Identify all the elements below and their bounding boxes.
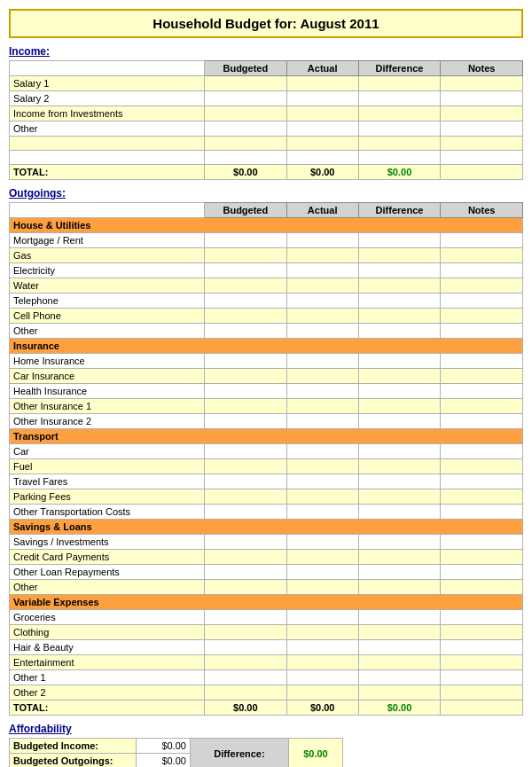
outgoings-row: Hair & Beauty: [10, 640, 523, 655]
outgoings-row: Other Insurance 2: [10, 414, 523, 429]
outgoings-row: Other Insurance 1: [10, 399, 523, 414]
outgoings-category-header: Savings & Loans: [10, 520, 523, 535]
outgoings-row: Other: [10, 580, 523, 595]
income-table: Budgeted Actual Difference Notes Salary …: [9, 60, 523, 180]
outgoings-table: Budgeted Actual Difference Notes House &…: [9, 202, 523, 716]
outgoings-row: Water: [10, 278, 523, 293]
outgoings-row: Home Insurance: [10, 354, 523, 369]
income-row: Salary 1: [10, 76, 523, 91]
budgeted-income-val: $0.00: [136, 739, 190, 754]
outgoings-col-notes: Notes: [441, 203, 523, 218]
outgoings-row: Car Insurance: [10, 369, 523, 384]
income-row: [10, 137, 523, 151]
income-col-actual: Actual: [286, 61, 358, 76]
budgeted-outgoings-val: $0.00: [136, 754, 190, 768]
income-col-label: [10, 61, 205, 76]
income-row: Salary 2: [10, 91, 523, 106]
budgeted-diff-val: $0.00: [288, 739, 342, 768]
income-header-row: Budgeted Actual Difference Notes: [10, 61, 523, 76]
income-row: [10, 151, 523, 165]
outgoings-row: Fuel: [10, 459, 523, 474]
page-title: Household Budget for: August 2011: [9, 9, 523, 38]
income-col-budgeted: Budgeted: [205, 61, 287, 76]
outgoings-row: Gas: [10, 248, 523, 263]
afford-budgeted-income-row: Budgeted Income: $0.00 Difference: $0.00: [10, 739, 343, 754]
outgoings-col-label: [10, 203, 205, 218]
outgoings-row: Telephone: [10, 293, 523, 309]
income-row: Other: [10, 121, 523, 137]
outgoings-row: Electricity: [10, 263, 523, 278]
outgoings-row: Credit Card Payments: [10, 550, 523, 565]
outgoings-row: Entertainment: [10, 655, 523, 670]
budgeted-outgoings-label: Budgeted Outgoings:: [10, 754, 137, 768]
outgoings-col-difference: Difference: [358, 203, 441, 218]
outgoings-row: Other Loan Repayments: [10, 565, 523, 580]
income-col-notes: Notes: [441, 61, 523, 76]
outgoings-row: Groceries: [10, 610, 523, 625]
outgoings-row: Savings / Investments: [10, 535, 523, 550]
income-section-label: Income:: [9, 45, 523, 58]
income-total-row: TOTAL:$0.00$0.00$0.00: [10, 165, 523, 180]
outgoings-category-header: Variable Expenses: [10, 595, 523, 610]
outgoings-category-header: Insurance: [10, 339, 523, 354]
outgoings-row: Travel Fares: [10, 474, 523, 489]
budgeted-diff-label: Difference:: [190, 739, 288, 768]
outgoings-category-header: Transport: [10, 429, 523, 444]
outgoings-col-budgeted: Budgeted: [205, 203, 287, 218]
income-col-difference: Difference: [358, 61, 441, 76]
outgoings-row: Other: [10, 324, 523, 339]
outgoings-row: Other 1: [10, 670, 523, 685]
outgoings-row: Other Transportation Costs: [10, 505, 523, 520]
outgoings-category-header: House & Utilities: [10, 218, 523, 233]
affordability-section-label: Affordability: [9, 723, 523, 735]
outgoings-row: Car: [10, 444, 523, 459]
outgoings-row: Cell Phone: [10, 309, 523, 324]
outgoings-total-row: TOTAL:$0.00$0.00$0.00: [10, 700, 523, 716]
outgoings-row: Mortgage / Rent: [10, 233, 523, 248]
affordability-table: Budgeted Income: $0.00 Difference: $0.00…: [9, 738, 343, 767]
budgeted-income-label: Budgeted Income:: [10, 739, 137, 754]
outgoings-row: Parking Fees: [10, 489, 523, 505]
outgoings-row: Clothing: [10, 625, 523, 640]
income-row: Income from Investments: [10, 106, 523, 121]
outgoings-row: Health Insurance: [10, 384, 523, 399]
outgoings-header-row: Budgeted Actual Difference Notes: [10, 203, 523, 218]
outgoings-row: Other 2: [10, 685, 523, 700]
outgoings-col-actual: Actual: [286, 203, 358, 218]
outgoings-section-label: Outgoings:: [9, 187, 523, 200]
